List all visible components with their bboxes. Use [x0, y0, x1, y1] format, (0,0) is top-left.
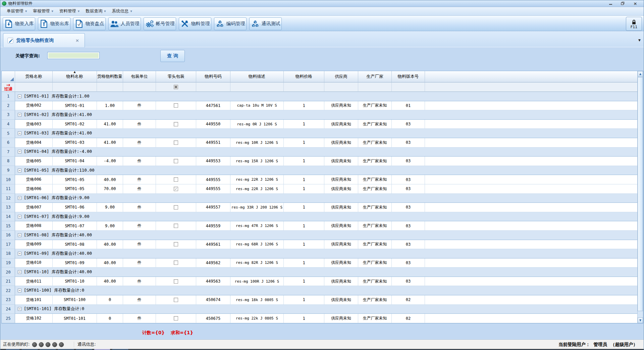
filter-cell-0[interactable]	[15, 82, 53, 92]
table-row[interactable]: 13货格007SMT01-069.00件449557res-mg 33R J 2…	[2, 203, 637, 212]
scroll-up-icon[interactable]: ▲	[638, 71, 643, 77]
menu-item-master-data[interactable]: 资料管理▼	[56, 8, 83, 15]
group-row[interactable]: 16[SMT01-08] 库存数量合计:40.00	[2, 231, 637, 240]
restore-button[interactable]	[618, 1, 627, 6]
toolbar-overflow-icon[interactable]: ▼	[638, 39, 641, 42]
material-inbound-button[interactable]: 物资入库	[3, 17, 35, 30]
column-header-1[interactable]: 物料名称▲	[53, 71, 97, 82]
group-row[interactable]: 20[SMT01-10] 库存数量合计:40.00	[2, 268, 637, 277]
table-row[interactable]: 8货格005SMT01-04-4.00件449553res-mg 15R J 1…	[2, 157, 637, 166]
group-row[interactable]: 22[SMT01-100] 库存数量合计:0	[2, 286, 637, 295]
group-row[interactable]: 9[SMT01-05] 库存数量合计:110.00	[2, 166, 637, 175]
row-checkbox[interactable]	[174, 140, 178, 145]
row-checkbox[interactable]	[174, 177, 178, 182]
row-checkbox[interactable]	[174, 159, 178, 163]
filter-cell-5[interactable]	[196, 82, 230, 92]
menu-item-audit[interactable]: 审核管理▼	[30, 8, 56, 15]
row-checkbox[interactable]	[174, 242, 178, 246]
minimize-button[interactable]	[606, 1, 615, 6]
column-header-9[interactable]: 生产厂家	[358, 71, 392, 82]
group-row[interactable]: 1[SMT01-01] 库存数量合计:1.00	[2, 92, 637, 101]
row-checkbox[interactable]	[174, 122, 178, 126]
filter-cell-2[interactable]	[97, 82, 123, 92]
scrollbar-thumb[interactable]	[638, 77, 643, 311]
filter-cell-4[interactable]	[156, 82, 196, 92]
lock-f11-button[interactable]: F11	[626, 17, 642, 31]
coding-button[interactable]: 编码管理	[214, 17, 247, 30]
table-row[interactable]: 17货格009SMT01-0840.00件449561res-mg 68R J …	[2, 240, 637, 249]
collapse-icon[interactable]	[18, 131, 21, 135]
filter-cell-10[interactable]	[392, 82, 425, 92]
filter-checkbox[interactable]	[174, 85, 178, 89]
query-button[interactable]: 查 询	[160, 50, 185, 62]
filter-cell-7[interactable]	[284, 82, 324, 92]
table-row[interactable]: 21货格011SMT01-1040.00件449563res-mg 100R J…	[2, 277, 637, 286]
row-checkbox[interactable]	[174, 205, 178, 210]
filter-button[interactable]: →过滤	[2, 82, 15, 92]
row-checkbox[interactable]	[174, 279, 178, 284]
vertical-scrollbar[interactable]: ▲ ▼	[637, 71, 643, 323]
column-header-2[interactable]: 货格物料数量	[97, 71, 123, 82]
column-header-0[interactable]: 货格名称	[15, 71, 53, 82]
group-row[interactable]: 5[SMT01-03] 库存数量合计:41.00	[2, 129, 637, 138]
collapse-icon[interactable]	[18, 150, 21, 154]
collapse-icon[interactable]	[18, 307, 21, 311]
grid-corner-cell[interactable]	[2, 71, 15, 82]
tab-cargo-slot-query[interactable]: 货格零头物料查询 ×	[3, 33, 85, 47]
scroll-down-icon[interactable]: ▼	[638, 317, 643, 323]
collapse-icon[interactable]	[18, 215, 21, 219]
row-checkbox[interactable]	[174, 316, 178, 320]
table-row[interactable]: 25货格102SMT01-1010件450675res-mg 22k J 080…	[2, 314, 637, 323]
menu-item-data-query[interactable]: 数据查询▼	[83, 8, 109, 15]
stocktake-button[interactable]: 物资盘点	[73, 17, 106, 30]
table-row[interactable]: 4货格003SMT01-0241.00件449550res-mg 0R J 12…	[2, 120, 637, 129]
collapse-icon[interactable]	[18, 270, 21, 274]
collapse-icon[interactable]	[18, 113, 21, 117]
column-header-6[interactable]: 物料描述	[230, 71, 284, 82]
group-row[interactable]: 12[SMT01-06] 库存数量合计:9.00	[2, 194, 637, 203]
group-row[interactable]: 24[SMT01-101] 库存数量合计:0	[2, 305, 637, 314]
menu-item-bills[interactable]: 单据管理▼	[4, 8, 30, 15]
filter-cell-1[interactable]	[53, 82, 97, 92]
column-header-8[interactable]: 供应商	[324, 71, 358, 82]
row-checkbox[interactable]	[174, 224, 178, 228]
table-row[interactable]: 19货格010SMT01-0940.00件449562res-mg 82R J …	[2, 258, 637, 268]
table-row[interactable]: 2货格002SMT01-011.00件447561cap-ta 10u M 10…	[2, 101, 637, 111]
collapse-icon[interactable]	[18, 233, 21, 237]
personnel-button[interactable]: 人员管理	[108, 17, 141, 30]
column-header-4[interactable]: 零头包装	[156, 71, 196, 82]
group-row[interactable]: 18[SMT01-09] 库存数量合计:40.00	[2, 249, 637, 258]
table-row[interactable]: 11货格006SMT01-0570.00件449555res-mg 22R J …	[2, 184, 637, 194]
collapse-icon[interactable]	[18, 196, 21, 200]
material-button[interactable]: 物料管理	[179, 17, 211, 30]
tab-close-icon[interactable]: ×	[75, 38, 80, 43]
comm-test-button[interactable]: 通讯测试	[249, 17, 282, 30]
material-outbound-button[interactable]: 物资出库	[38, 17, 70, 30]
collapse-icon[interactable]	[18, 95, 21, 98]
table-row[interactable]: 15货格008SMT01-079.00件449559res-mg 47R J 1…	[2, 221, 637, 231]
table-row[interactable]: 10货格006SMT01-0540.00件449555res-mg 22R J …	[2, 175, 637, 184]
row-checkbox[interactable]	[174, 260, 178, 265]
table-row[interactable]: 23货格101SMT01-1000件450674res-mg 18k J 080…	[2, 295, 637, 305]
collapse-icon[interactable]	[18, 252, 21, 255]
filter-cell-8[interactable]	[324, 82, 358, 92]
collapse-icon[interactable]	[18, 289, 21, 292]
group-row[interactable]: 3[SMT01-02] 库存数量合计:41.00	[2, 110, 637, 120]
keyword-search-input[interactable]	[47, 52, 100, 59]
filter-cell-6[interactable]	[230, 82, 284, 92]
collapse-icon[interactable]	[18, 169, 21, 172]
column-header-7[interactable]: 物料价格	[284, 71, 324, 82]
row-checkbox[interactable]	[174, 103, 178, 108]
row-checkbox[interactable]	[174, 298, 178, 302]
close-button[interactable]: ×	[631, 1, 640, 6]
table-row[interactable]: 6货格004SMT01-0341.00件449551res-mg 10R J 1…	[2, 138, 637, 148]
row-checkbox[interactable]	[174, 187, 178, 191]
menu-item-system-info[interactable]: 系统信息▼	[109, 8, 135, 15]
filter-cell-3[interactable]	[123, 82, 156, 92]
column-header-5[interactable]: 物料号码	[196, 71, 230, 82]
account-button[interactable]: 帐号管理	[144, 17, 176, 30]
filter-cell-9[interactable]	[358, 82, 392, 92]
group-row[interactable]: 14[SMT01-07] 库存数量合计:9.00	[2, 212, 637, 222]
group-row[interactable]: 7[SMT01-04] 库存数量合计:-4.00	[2, 148, 637, 157]
column-header-10[interactable]: 物料版本号	[392, 71, 425, 82]
